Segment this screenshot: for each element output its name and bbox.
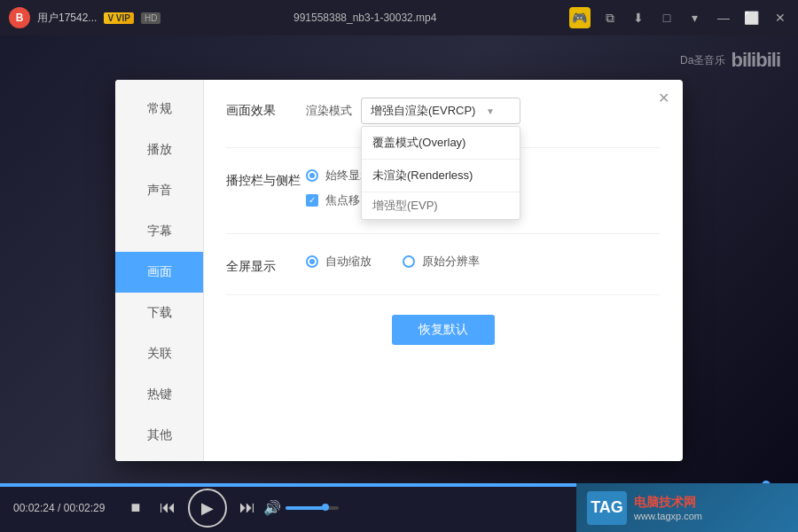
restore-window-button[interactable]: ⬜ <box>743 9 761 27</box>
hd-badge: HD <box>141 12 160 24</box>
tag-watermark: TAG 电脑技术网 www.tagxp.com <box>576 483 798 532</box>
picture-effects-controls: 渲染模式 增强自渲染(EVRCP) ▼ 覆盖模式(Overlay) <box>306 98 661 131</box>
fullscreen-label: 全屏显示 <box>226 254 306 275</box>
tag-url: www.tagxp.com <box>634 511 702 521</box>
fullscreen-section: 全屏显示 自动缩放 原始分辨率 <box>226 254 661 295</box>
menu-button[interactable]: ▾ <box>686 9 704 27</box>
pip-button[interactable]: ⧉ <box>601 9 619 27</box>
auto-scale-label: 自动缩放 <box>325 254 372 270</box>
sidebar-item-general[interactable]: 常规 <box>115 89 203 129</box>
gamepad-icon[interactable]: 🎮 <box>569 7 591 28</box>
time-separator: / <box>58 502 64 514</box>
render-mode-menu: 覆盖模式(Overlay) 未渲染(Renderless) 增强型(EVP) <box>361 126 520 220</box>
tag-site-name: 电脑技术网 <box>634 495 702 511</box>
minimize-button[interactable]: — <box>715 9 732 27</box>
tag-logo: TAG <box>587 491 627 525</box>
control-bar: 00:02:24 / 00:02:29 ■ ⏮ ▶ ⏭ 🔊 TAG 电脑技术网 … <box>0 483 798 532</box>
file-name: 991558388_nb3-1-30032.mp4 <box>293 12 436 24</box>
focus-checkbox[interactable] <box>306 194 318 207</box>
fullscreen-row: 自动缩放 原始分辨率 <box>306 254 661 278</box>
sidebar-item-hotkey[interactable]: 热键 <box>115 374 203 415</box>
dropdown-item-renderless[interactable]: 未渲染(Renderless) <box>362 160 520 192</box>
download-button[interactable]: ⬇ <box>630 9 647 27</box>
stop-button[interactable]: ■ <box>120 492 152 524</box>
render-mode-row: 渲染模式 增强自渲染(EVRCP) ▼ 覆盖模式(Overlay) <box>306 98 661 124</box>
settings-content: ✕ 画面效果 渲染模式 增强自渲染(EVRCP) ▼ <box>204 80 683 461</box>
render-mode-value: 增强自渲染(EVRCP) <box>371 103 475 119</box>
play-button[interactable]: ▶ <box>188 489 227 528</box>
render-mode-select[interactable]: 增强自渲染(EVRCP) ▼ <box>361 98 520 124</box>
video-area: Da圣音乐 bilibili 常规 播放 声音 字幕 画面 下载 <box>0 35 798 483</box>
settings-dialog: 常规 播放 声音 字幕 画面 下载 关联 热键 <box>115 80 683 461</box>
user-label: 用户17542... <box>37 11 97 26</box>
dropdown-arrow-icon: ▼ <box>486 106 495 116</box>
volume-handle <box>322 504 329 511</box>
restore-default-button[interactable]: 恢复默认 <box>392 315 495 345</box>
picture-effects-label: 画面效果 <box>226 98 306 119</box>
dropdown-item-evp-partial[interactable]: 增强型(EVP) <box>362 192 520 219</box>
bilibili-logo: bilibili <box>731 49 780 72</box>
next-button[interactable]: ⏭ <box>231 492 263 524</box>
volume-control: 🔊 <box>263 499 339 516</box>
control-bar-label: 播控栏与侧栏 <box>226 168 306 189</box>
render-mode-label: 渲染模式 <box>306 103 352 119</box>
native-res-label: 原始分辨率 <box>422 254 480 270</box>
sidebar-item-playback[interactable]: 播放 <box>115 129 203 170</box>
dropdown-item-overlay[interactable]: 覆盖模式(Overlay) <box>362 127 520 159</box>
sidebar-item-download[interactable]: 下载 <box>115 293 203 333</box>
title-bar-left: B 用户17542... V VIP HD <box>9 7 160 28</box>
native-res-row: 原始分辨率 <box>403 254 480 270</box>
auto-scale-row: 自动缩放 <box>306 254 372 270</box>
prev-button[interactable]: ⏮ <box>152 492 184 524</box>
total-time: 00:02:29 <box>64 502 106 514</box>
restore-btn-container: 恢复默认 <box>226 315 661 345</box>
sidebar-item-display[interactable]: 画面 <box>115 252 203 293</box>
native-res-radio[interactable] <box>403 255 415 268</box>
close-window-button[interactable]: ✕ <box>771 9 789 27</box>
volume-icon[interactable]: 🔊 <box>263 499 281 516</box>
settings-sidebar: 常规 播放 声音 字幕 画面 下载 关联 热键 <box>115 80 204 461</box>
bilibili-watermark: Da圣音乐 bilibili <box>680 49 780 72</box>
watermark-prefix: Da圣音乐 <box>680 53 725 68</box>
sidebar-item-subtitle[interactable]: 字幕 <box>115 211 203 252</box>
sidebar-item-audio[interactable]: 声音 <box>115 170 203 211</box>
always-show-radio[interactable] <box>306 169 318 182</box>
app-icon: B <box>9 7 30 28</box>
current-time: 00:02:24 <box>13 502 55 514</box>
volume-slider[interactable] <box>286 506 339 510</box>
fullscreen-controls: 自动缩放 原始分辨率 <box>306 254 661 278</box>
sidebar-item-other[interactable]: 其他 <box>115 415 203 456</box>
title-bar-center: 991558388_nb3-1-30032.mp4 <box>293 12 436 24</box>
vip-badge: V VIP <box>104 12 134 24</box>
render-mode-dropdown: 增强自渲染(EVRCP) ▼ 覆盖模式(Overlay) 未渲染(Re <box>361 98 520 124</box>
sidebar-item-about[interactable]: 关联 <box>115 333 203 374</box>
folder-button[interactable]: □ <box>658 9 676 27</box>
close-dialog-button[interactable]: ✕ <box>654 89 672 106</box>
volume-fill <box>286 506 325 510</box>
tag-text: 电脑技术网 www.tagxp.com <box>634 495 702 521</box>
picture-effects-section: 画面效果 渲染模式 增强自渲染(EVRCP) ▼ 覆盖模 <box>226 98 661 148</box>
auto-scale-radio[interactable] <box>306 255 318 268</box>
time-display: 00:02:24 / 00:02:29 <box>13 502 120 514</box>
focus-label: 焦点移 <box>325 192 360 208</box>
title-bar-right: 🎮 ⧉ ⬇ □ ▾ — ⬜ ✕ <box>569 7 789 28</box>
title-bar: B 用户17542... V VIP HD 991558388_nb3-1-30… <box>0 0 798 35</box>
